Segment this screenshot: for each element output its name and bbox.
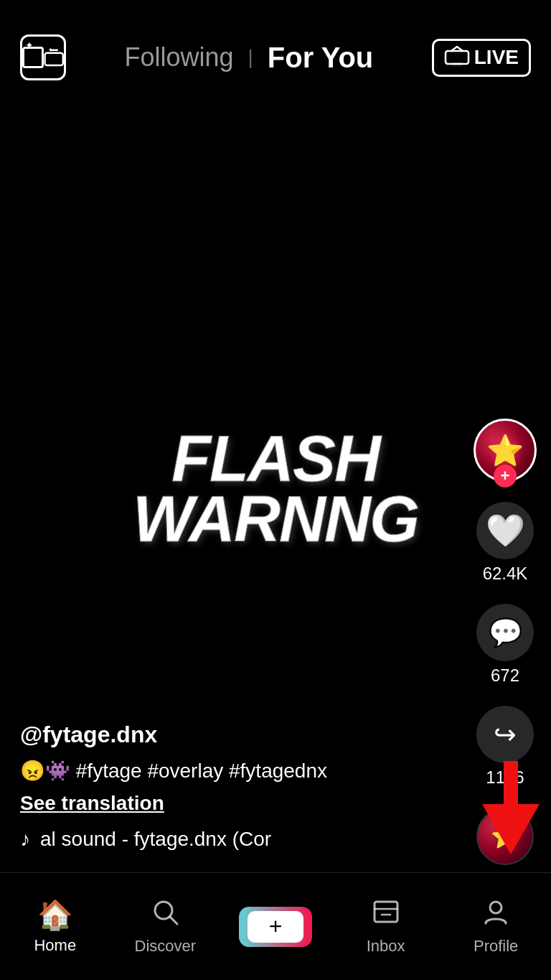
sound-info: ♪ al sound - fytage.dnx (Cor	[20, 828, 416, 851]
heart-icon: 🤍	[486, 512, 525, 549]
post-info: @fytage.dnx 😠👾 #fytage #overlay #fytaged…	[0, 722, 436, 865]
live-label: LIVE	[474, 46, 519, 69]
svg-text:✦: ✦	[48, 47, 53, 53]
svg-marker-5	[482, 761, 540, 854]
like-count: 62.4K	[483, 564, 528, 584]
live-button[interactable]: LIVE	[432, 39, 531, 77]
video-overlay-text: FLASH WARNNG	[96, 430, 455, 551]
following-tab[interactable]: Following	[125, 42, 234, 73]
create-button[interactable]: +	[243, 907, 308, 947]
nav-create[interactable]: +	[220, 907, 331, 947]
bottom-navigation: 🏠 Home Discover + Inbox	[0, 872, 551, 980]
svg-point-11	[490, 902, 501, 913]
plus-icon: +	[269, 913, 283, 940]
red-arrow-indicator	[482, 761, 540, 854]
creator-username[interactable]: @fytage.dnx	[20, 722, 416, 748]
home-label: Home	[34, 936, 76, 955]
creator-avatar[interactable]: ⭐ +	[474, 419, 537, 482]
music-note-icon: ♪	[20, 828, 30, 851]
nav-profile[interactable]: Profile	[441, 897, 551, 956]
profile-label: Profile	[474, 937, 518, 956]
comment-button[interactable]: 💬	[476, 604, 534, 661]
comment-action: 💬 672	[476, 604, 534, 686]
home-icon: 🏠	[37, 898, 73, 932]
like-action: 🤍 62.4K	[476, 502, 534, 584]
share-icon: ↪	[494, 719, 517, 750]
nav-inbox[interactable]: Inbox	[331, 897, 441, 956]
camera-button[interactable]: ✦	[20, 34, 66, 80]
inbox-label: Inbox	[367, 937, 405, 956]
comment-icon: 💬	[489, 617, 522, 648]
sound-name[interactable]: al sound - fytage.dnx (Cor	[40, 828, 271, 851]
feed-tabs: Following | For You	[125, 42, 374, 74]
create-button-inner: +	[248, 911, 303, 943]
avatar-star-icon: ⭐	[486, 433, 524, 468]
svg-rect-2	[446, 51, 468, 64]
svg-rect-0	[44, 53, 62, 65]
like-button[interactable]: 🤍	[476, 502, 534, 559]
svg-line-7	[170, 917, 177, 924]
follow-button[interactable]: +	[494, 465, 517, 487]
nav-home[interactable]: 🏠 Home	[0, 898, 110, 955]
discover-label: Discover	[135, 937, 197, 956]
for-you-tab[interactable]: For You	[268, 42, 373, 74]
inbox-icon	[372, 897, 400, 933]
top-navigation: ✦ Following | For You LIVE	[0, 0, 551, 115]
post-caption: 😠👾 #fytage #overlay #fytagednx	[20, 757, 416, 785]
discover-icon	[151, 897, 179, 933]
live-tv-icon	[444, 45, 470, 70]
profile-icon	[481, 897, 510, 933]
svg-rect-8	[375, 902, 397, 922]
comment-count: 672	[491, 666, 519, 686]
tab-divider: |	[248, 46, 253, 69]
share-button[interactable]: ↪	[476, 706, 534, 763]
see-translation-button[interactable]: See translation	[20, 792, 416, 815]
nav-discover[interactable]: Discover	[110, 897, 221, 956]
